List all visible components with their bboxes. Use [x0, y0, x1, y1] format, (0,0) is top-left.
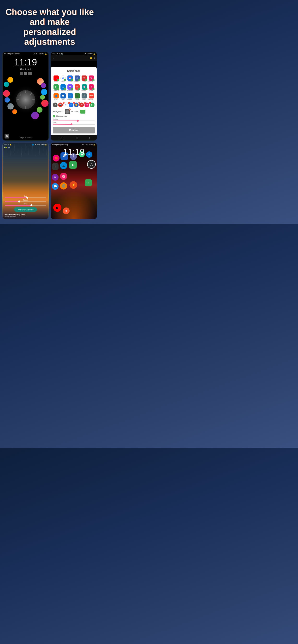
scattered-arrow[interactable]: › — [85, 179, 92, 186]
background-row: Background: ✕ Or color: — [53, 109, 95, 114]
size-slider: Size — [5, 195, 46, 198]
wallpaper-name: Window raindrop flash — [5, 214, 25, 216]
phone-city: Emergency calls only No ⬥ ull 100% 🔒 11:… — [51, 142, 97, 219]
phone-lockscreen: No SIM | Emergency ▲▼ ⬥ ull 96% 🔒 11:19 … — [3, 52, 49, 141]
phone4-time: 11:19 — [51, 146, 97, 158]
color-swatch[interactable] — [80, 110, 85, 114]
removable-app-mail[interactable]: ✉ ✕ — [79, 102, 84, 107]
nav-home[interactable]: ○ — [76, 136, 78, 139]
app-youtube[interactable]: YouTube — [53, 75, 59, 83]
scattered-gallery2[interactable]: 🌸 — [60, 173, 67, 180]
app-gplay[interactable]: ▶ Google Play — [53, 84, 59, 92]
phone4-status: Emergency calls only No ⬥ ull 100% 🔒 — [51, 143, 97, 146]
speed-track[interactable] — [5, 201, 46, 202]
page-title: Choose what you like and make personaliz… — [5, 7, 95, 47]
phone3-controls: ℹ 🐸 x0 — [3, 146, 49, 149]
back-arrow[interactable]: ‹ — [53, 56, 54, 60]
app-clock[interactable]: 🕐 Clock — [60, 93, 66, 100]
blur-slider: Blur — [5, 203, 46, 206]
select-background-button[interactable]: Select background — [14, 207, 37, 212]
app-messages[interactable]: 💬 Messages — [67, 84, 73, 92]
app-grid-row2: ▶ Google Play ☁ OneDrive 💬 Messages — [53, 84, 95, 92]
app-settings[interactable]: ⚙ Settings — [81, 93, 88, 100]
nav-back[interactable]: ‹ — [89, 136, 90, 139]
or-color-label: Or color: — [71, 110, 79, 112]
dandelion-wallpaper — [3, 76, 49, 124]
removable-app-2[interactable]: 2 ✕ — [69, 102, 73, 107]
app-phone[interactable]: 📞 Phone — [74, 93, 81, 100]
scattered-maps[interactable]: ▶ — [69, 161, 77, 169]
svg-line-5 — [20, 105, 21, 106]
bg-thumbnail[interactable]: ✕ — [65, 109, 70, 114]
phone1-date: Thu, June 2 — [3, 68, 49, 72]
phone2-nav: ⋮⋮⋮ ○ ‹ — [51, 135, 97, 140]
scattered-menu[interactable]: ⋮ — [52, 163, 59, 170]
dialog-title: Select apps — [53, 69, 95, 74]
app-contacts[interactable]: 👤 Contacts — [53, 93, 59, 100]
gravity-track[interactable] — [53, 120, 95, 121]
rain-settings: Size Speed Blur Select — [3, 195, 49, 212]
click-open-checkbox[interactable]: ✓ — [53, 115, 55, 118]
click-open-row: ✓ Click open app — [53, 115, 95, 118]
phone-rain: 11:♦ ⚙ 🔔 🌐 ▲▼ ull 100%🔒 ℹ 🐸 x0 Size Spee… — [3, 142, 49, 219]
blur-label: Blur — [5, 203, 46, 204]
blur-track[interactable] — [5, 205, 46, 206]
swipe-hint: Swipe to unlock — [20, 137, 32, 138]
scattered-wally[interactable]: W — [52, 174, 59, 181]
size-track[interactable] — [53, 124, 95, 125]
removable-app-play[interactable]: ▶ ✕ — [90, 102, 95, 107]
coins-display: 🪙 x 0 — [90, 57, 95, 59]
scattered-chrome[interactable]: 🌐 — [60, 182, 67, 190]
phone-select-apps: 11:15 ✦ 🖼 📷 ▲▼ ull 95% 🔒 ‹ 🪙 x 0 Select … — [51, 52, 97, 141]
selected-app-item[interactable]: B — [53, 102, 58, 107]
app-grid-row1: YouTube G Google 📅 Calendar ⚔ — [53, 75, 95, 83]
app-onedrive[interactable]: ☁ OneDrive — [60, 84, 66, 92]
header: Choose what you like and make personaliz… — [0, 0, 99, 52]
removable-app-shop[interactable]: 🛍 ✕ — [84, 102, 89, 107]
svg-line-7 — [20, 93, 21, 95]
svg-line-3 — [31, 105, 32, 106]
phone2-status: 11:15 ✦ 🖼 📷 ▲▼ ull 95% 🔒 — [51, 52, 97, 55]
gravity-label: Gravity — [53, 118, 95, 120]
phone1-status: No SIM | Emergency ▲▼ ⬥ ull 96% 🔒 — [3, 52, 49, 55]
size-label: Size — [53, 122, 95, 124]
screenshots-grid: No SIM | Emergency ▲▼ ⬥ ull 96% 🔒 11:19 … — [0, 52, 99, 224]
background-label: Background: — [53, 110, 64, 112]
size-track[interactable] — [5, 198, 46, 198]
app-gmail[interactable]: M Gmail — [74, 84, 80, 92]
app-google[interactable]: G Google — [60, 75, 66, 83]
app-real4d[interactable]: 🌸 Real4d Wall... — [81, 84, 88, 92]
removable-app-cat[interactable]: 🐱 ✕ — [74, 102, 79, 107]
svg-line-1 — [31, 93, 32, 95]
gravity-slider-row: Gravity — [53, 118, 95, 121]
scattered-brave[interactable]: B — [63, 208, 70, 214]
app-email[interactable]: ✉ Email — [81, 75, 88, 83]
scattered-chat[interactable]: 💬 — [52, 183, 59, 190]
click-open-label: Click open app — [56, 115, 67, 117]
confirm-button[interactable]: Confirm — [53, 127, 95, 134]
scattered-yt[interactable]: ▶ — [53, 204, 61, 212]
app-calendar[interactable]: 📅 Calendar — [67, 75, 73, 83]
scattered-fast[interactable]: ⚡ — [70, 181, 77, 189]
phone3-footer: Window raindrop flash Real4d Wallpaper — [5, 214, 25, 217]
app-clash[interactable]: ⚔ Clash for An... — [74, 75, 81, 83]
wallpaper-author: Real4d Wallpaper — [5, 216, 25, 217]
scattered-unity[interactable]: △ — [87, 160, 96, 169]
scattered-cloud[interactable]: ☁ — [60, 162, 67, 169]
selected-app-cam[interactable]: 📷 — [58, 102, 63, 107]
app-galaxy-store[interactable]: 🛍 Galaxy Store — [88, 75, 95, 83]
app-samsung-int[interactable]: S Samsung Int... — [67, 93, 74, 100]
size-label: Size — [5, 195, 46, 197]
app-grid-row3: 👤 Contacts 🕐 Clock S Samsung Int... — [53, 93, 95, 100]
size-slider-row: Size — [53, 122, 95, 125]
launcher-icon: C — [5, 134, 9, 138]
phone1-time: 11:19 — [3, 55, 49, 68]
speed-label: Speed — [5, 199, 46, 201]
app-gallery[interactable]: 🖼 Gallery — [88, 84, 95, 92]
removable-app-g[interactable]: G ✕ — [63, 102, 68, 107]
selected-apps-row: B 📷 G ✕ 2 ✕ 🐱 ✕ ✉ — [53, 102, 95, 108]
app-samsung-free[interactable]: FREE Samsung Fr... — [88, 93, 95, 100]
nav-menu[interactable]: ⋮⋮⋮ — [58, 136, 65, 139]
select-apps-dialog: Select apps YouTube G Google — [51, 67, 97, 135]
phone2-topbar: ‹ 🪙 x 0 — [51, 55, 97, 61]
